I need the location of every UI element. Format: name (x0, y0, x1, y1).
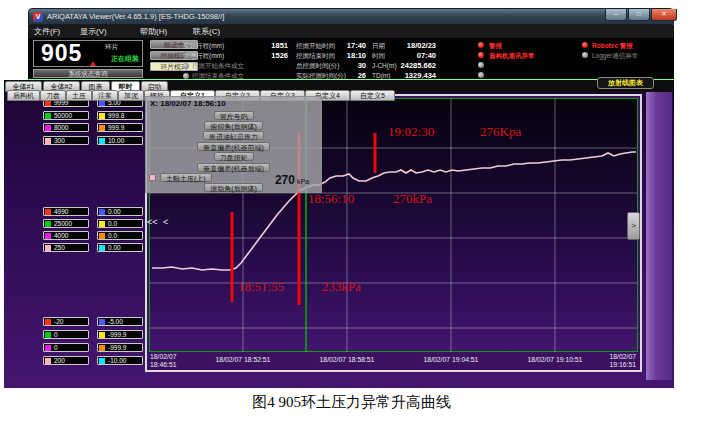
cyan-series-swatch-icon (99, 358, 105, 364)
pink-series-swatch-icon (45, 245, 51, 251)
blue-series-swatch-icon (99, 319, 105, 325)
menu-bar (28, 25, 674, 38)
scale-value: 25000 (54, 220, 72, 227)
menu-item-help[interactable]: 帮助(H) (140, 25, 167, 38)
scale-mid-red: 4990 (43, 207, 89, 216)
tab-earth-pressure[interactable]: 土压 (66, 90, 92, 101)
annotation-time: 18:51:55 (238, 279, 284, 295)
tooltip-item-cutter-torque[interactable]: 刀盘扭矩 (214, 152, 254, 161)
tooltip-row: 土舱土压(上)270kPa (146, 172, 321, 182)
alarm-led-icon (478, 72, 484, 78)
scale-value: 999.8 (108, 112, 124, 119)
tooltip-cursor-time: X: 18/02/07 18:56:10 (150, 99, 226, 108)
yellow-series-swatch-icon (99, 332, 105, 338)
scale-mid-pink: 250 (43, 243, 89, 252)
ring-status-label: 正在组装 (111, 54, 139, 64)
window-right-border (646, 92, 672, 380)
chart-scroll-right-button[interactable]: > (627, 212, 640, 240)
tab-cutter-head[interactable]: 刀盘 (40, 90, 66, 101)
tooltip-item-thrust-cylinder-total[interactable]: 推进油缸总推力 (203, 131, 264, 140)
scale-mid-orange: 0.0 (97, 231, 143, 240)
stroke-field-value: 1851 (246, 41, 288, 50)
cyan-series-swatch-icon (99, 245, 105, 251)
info-field-value: 07:40 (384, 51, 436, 60)
tooltip-row: 推进油缸总推力 (146, 131, 321, 141)
tooltip-item-rolling-angle-rear-body[interactable]: 滚动角(后胴体) (204, 183, 263, 192)
alarm-led-icon (582, 42, 588, 48)
close-button[interactable]: ✕ (651, 9, 677, 21)
alarm-led-icon (478, 52, 484, 58)
tab-mud-injection[interactable]: 加泥 (118, 90, 144, 101)
pink-series-swatch-icon (45, 358, 51, 364)
app-icon: V (33, 12, 43, 22)
alarm-led-icon (582, 52, 588, 58)
tooltip-row: 滚动角(后胴体) (146, 183, 321, 193)
tooltip-item-vertical-deviation-machine-rear[interactable]: 垂直偏差(机器后端) (197, 163, 270, 172)
pink-series-swatch-icon (45, 138, 51, 144)
annotation-value: 276Kpa (480, 124, 521, 140)
segment-mode-button[interactable]: 环片模式 (150, 62, 198, 71)
red-series-swatch-icon (45, 319, 51, 325)
tab-custom-5[interactable]: 自定义5 (350, 90, 395, 101)
scale-mid-yellow: 0.0 (97, 219, 143, 228)
maximize-button[interactable]: □ (628, 9, 650, 21)
scale-max-orange: 999.9 (97, 123, 143, 132)
chart-scroll-left-fast-button[interactable]: << (147, 217, 158, 227)
radial-chart-button[interactable]: 放射线图表 (597, 77, 654, 89)
scale-value: 0 (54, 344, 58, 351)
system-status-button[interactable]: 系统状态查询 (33, 69, 143, 78)
stroke-field-label: 实际行程(mm) (183, 41, 247, 50)
tooltip-item-segment-number[interactable]: 管片号码 (214, 111, 254, 120)
screenshot-root: V ARiQATAYA Viewer(Ver.4.65.1.9) [ES-THD… (0, 0, 703, 424)
x-tick: 18/02/0719:16:51 (586, 353, 636, 369)
scale-value: 300 (54, 137, 65, 144)
scale-value: 0.00 (108, 208, 121, 215)
tab-shield-machine[interactable]: 盾构机 (7, 90, 40, 101)
chart-tooltip: X: 18/02/07 18:56:10 管片号码俯仰角(后胴体)推进油缸总推力… (145, 96, 322, 193)
scale-max-cyan: 10.00 (97, 136, 143, 145)
scale-value: 0.0 (108, 220, 117, 227)
tooltip-item-chamber-earth-pressure-upper[interactable]: 土舱土压(上) (160, 173, 212, 182)
stroke-field-value: 1526 (246, 51, 288, 60)
stroke-field-label: 管理行程(mm) (183, 51, 247, 60)
scale-min-yellow: -999.9 (97, 330, 143, 339)
time-field-value: 26 (320, 71, 366, 80)
tab-grouting[interactable]: 注浆 (92, 90, 118, 101)
condition-led-icon (183, 73, 189, 79)
scale-value: -10.00 (108, 357, 126, 364)
blue-series-swatch-icon (99, 209, 105, 215)
x-tick-time: 19:16:51 (586, 361, 636, 369)
chart-scroll-left-button[interactable]: < (163, 217, 168, 227)
minimize-button[interactable]: ─ (605, 9, 627, 21)
info-field-value: 18/02/23 (384, 41, 436, 50)
pink-series-swatch-icon (149, 174, 156, 181)
tooltip-item-vertical-deviation-machine-front[interactable]: 垂直偏差(机器前端) (197, 142, 270, 151)
tooltip-row: 俯仰角(后胴体) (146, 120, 321, 130)
alarm-led-icon (478, 62, 484, 68)
tooltip-items: 管片号码俯仰角(后胴体)推进油缸总推力垂直偏差(机器前端)刀盘扭矩垂直偏差(机器… (146, 110, 321, 193)
alarm-label: Robotec 警报 (592, 41, 672, 50)
condition-label: 挖掘开始条件成立 (192, 61, 282, 70)
x-tick: 18/02/07 18:58:51 (302, 356, 392, 365)
scale-mid-magenta: 4000 (43, 231, 89, 240)
scale-min-green: 0 (43, 330, 89, 339)
annotation-value: 233kPa (322, 279, 361, 295)
scale-min-orange: -999.9 (97, 343, 143, 352)
menu-item-display[interactable]: 显示(V) (80, 25, 107, 38)
scale-max-green: 50000 (43, 111, 89, 120)
scale-value: 50000 (54, 112, 72, 119)
menu-item-contact[interactable]: 联系(C) (193, 25, 220, 38)
scale-mid-blue: 0.00 (97, 207, 143, 216)
alarm-led-icon (478, 42, 484, 48)
annotation-time: 19:02:30 (388, 124, 434, 140)
ring-unit-label: 环片 (105, 43, 118, 52)
tooltip-item-pitch-angle-rear-body[interactable]: 俯仰角(后胴体) (204, 121, 263, 130)
tooltip-row: 管片号码 (146, 110, 321, 120)
scale-value: 8000 (54, 124, 68, 131)
annotation-value: 270kPa (393, 191, 432, 207)
menu-item-file[interactable]: 文件(F) (34, 25, 60, 38)
scale-min-red: -20 (43, 317, 89, 326)
green-series-swatch-icon (45, 332, 51, 338)
green-series-swatch-icon (45, 113, 51, 119)
scale-value: -5.00 (108, 318, 123, 325)
